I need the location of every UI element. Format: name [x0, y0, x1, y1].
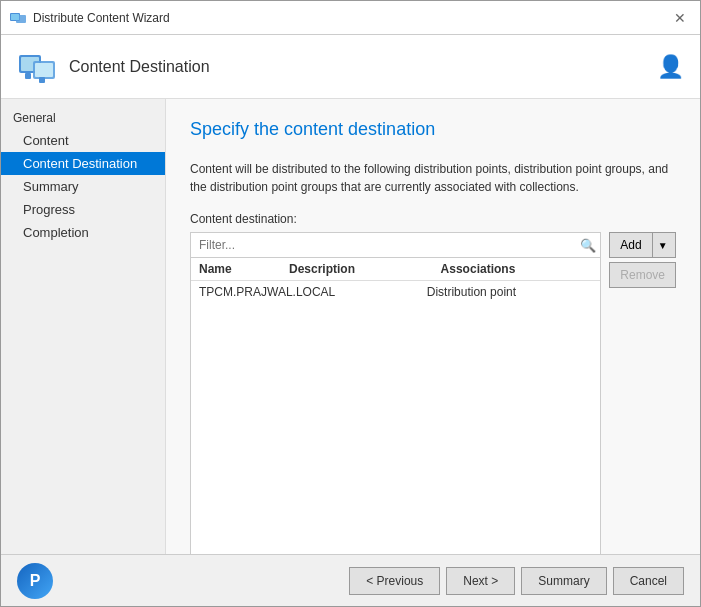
cell-description: Distribution point — [419, 281, 577, 303]
close-button[interactable]: ✕ — [668, 8, 692, 28]
table-container: 🔍 Name Description Associations — [190, 232, 676, 554]
cell-associations — [576, 281, 600, 303]
sidebar: General Content Content Destination Summ… — [1, 99, 166, 554]
search-icon: 🔍 — [580, 238, 596, 253]
col-description: Description — [281, 258, 433, 281]
logo-circle: P — [17, 563, 53, 599]
titlebar-title: Distribute Content Wizard — [33, 11, 668, 25]
table-buttons: Add ▼ Remove — [609, 232, 676, 288]
sidebar-item-content[interactable]: Content — [1, 129, 165, 152]
section-label: Content destination: — [190, 212, 676, 226]
add-dropdown-arrow[interactable]: ▼ — [652, 233, 673, 257]
filter-input[interactable] — [195, 235, 580, 255]
svg-rect-2 — [11, 14, 19, 20]
table-body-scroll[interactable]: TPCM.PRAJWAL.LOCAL Distribution point — [191, 281, 600, 554]
footer: P < Previous Next > Summary Cancel — [1, 554, 700, 606]
sidebar-item-content-destination[interactable]: Content Destination — [1, 152, 165, 175]
header-title: Content Destination — [69, 58, 657, 76]
sidebar-item-completion[interactable]: Completion — [1, 221, 165, 244]
col-name: Name — [191, 258, 281, 281]
summary-button[interactable]: Summary — [521, 567, 606, 595]
svg-rect-6 — [35, 63, 53, 77]
person-icon: 👤 — [657, 54, 684, 80]
next-button[interactable]: Next > — [446, 567, 515, 595]
remove-button: Remove — [609, 262, 676, 288]
sidebar-item-summary[interactable]: Summary — [1, 175, 165, 198]
sidebar-group-general: General — [1, 107, 165, 129]
titlebar-icon — [9, 9, 27, 27]
titlebar: Distribute Content Wizard ✕ — [1, 1, 700, 35]
filter-bar: 🔍 — [191, 233, 600, 258]
cancel-button[interactable]: Cancel — [613, 567, 684, 595]
sidebar-item-progress[interactable]: Progress — [1, 198, 165, 221]
table-row[interactable]: TPCM.PRAJWAL.LOCAL Distribution point — [191, 281, 600, 303]
col-associations: Associations — [433, 258, 601, 281]
svg-rect-7 — [25, 73, 31, 79]
content-area: Specify the content destination Content … — [166, 99, 700, 554]
cell-name: TPCM.PRAJWAL.LOCAL — [191, 281, 419, 303]
wizard-header-icon — [17, 47, 57, 87]
content-title: Specify the content destination — [190, 119, 676, 140]
data-table: Name Description Associations — [191, 258, 600, 281]
description-text: Content will be distributed to the follo… — [190, 160, 676, 196]
header-bar: Content Destination 👤 — [1, 35, 700, 99]
svg-rect-8 — [39, 77, 45, 83]
wizard-window: Distribute Content Wizard ✕ Content Dest… — [0, 0, 701, 607]
data-table-body: TPCM.PRAJWAL.LOCAL Distribution point — [191, 281, 600, 303]
previous-button[interactable]: < Previous — [349, 567, 440, 595]
main-layout: General Content Content Destination Summ… — [1, 99, 700, 554]
footer-logo: P — [17, 563, 343, 599]
add-button[interactable]: Add ▼ — [609, 232, 676, 258]
table-wrapper: 🔍 Name Description Associations — [190, 232, 601, 554]
